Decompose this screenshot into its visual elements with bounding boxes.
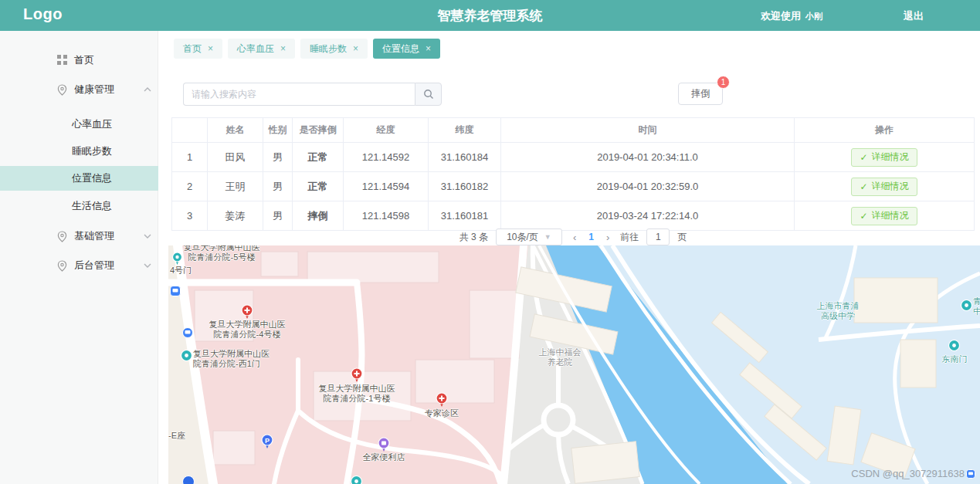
hospital-pin-icon[interactable] [351,367,363,383]
metro-icon[interactable] [182,476,195,484]
search-button[interactable] [415,83,442,106]
map-label-nursing-home: 上海中福会 养老院 [539,347,582,367]
detail-button[interactable]: ✓详细情况 [851,148,917,167]
sidebar-item-label: 基础管理 [74,224,114,249]
store-pin-icon[interactable] [378,437,390,452]
status-badge: 摔倒 [293,201,344,231]
cell-index: 1 [172,143,208,172]
school-pin-icon[interactable] [961,300,972,311]
tab-bar: 首页 × 心率血压 × 睡眠步数 × 位置信息 × [174,39,440,59]
sidebar-item-life-info[interactable]: 生活信息 [0,194,158,218]
sidebar-item-label: 后台管理 [74,253,114,278]
map-label-block-e: -E座 [168,431,185,441]
fall-button[interactable]: 摔倒 [678,83,723,105]
tab-heart-rate[interactable]: 心率血压 × [228,39,295,59]
fall-badge: 1 [717,76,730,89]
map-label-edge-partial: 青 中 [973,296,980,316]
col-time: 时间 [501,118,795,143]
hospital-pin-icon[interactable] [436,392,448,408]
chevron-up-icon [144,87,151,92]
cell-name: 王明 [208,172,263,201]
col-actions: 操作 [795,118,975,143]
sidebar-item-heart-rate[interactable]: 心率血压 [0,112,158,137]
sidebar-item-label: 睡眠步数 [72,139,112,164]
detail-button-label: 详细情况 [872,209,909,222]
bus-stop-icon[interactable] [182,327,193,338]
chevron-down-icon: ▼ [544,233,551,241]
cell-index: 3 [172,201,208,231]
detail-button[interactable]: ✓详细情况 [851,207,917,225]
app-header: Logo 智慧养老管理系统 欢迎使用小刚 退出 [0,0,980,31]
map-label-building4: 复旦大学附属中山医 院青浦分院-4号楼 [209,320,286,340]
cell-gender: 男 [263,201,293,231]
map-panel[interactable]: P 复旦大学附属中山医 院青浦分院-5号楼 4号门 复旦大学附属中山医 院青浦分… [168,245,980,484]
cell-latitude: 31.160182 [429,172,501,201]
table-row: 1 田风 男 正常 121.14592 31.160184 2019-04-01… [172,143,975,172]
cell-name: 姜涛 [208,201,263,231]
cell-index: 2 [172,172,208,201]
cell-gender: 男 [263,172,293,201]
page-title: 智慧养老管理系统 [0,7,980,25]
sidebar-item-label: 首页 [74,48,94,73]
sidebar-item-label: 生活信息 [72,194,112,218]
total-count: 共 3 条 [459,231,488,244]
gate-pin-icon[interactable] [181,350,192,361]
tab-location[interactable]: 位置信息 × [373,39,440,59]
map-pin-icon [57,260,67,272]
bus-stop-icon[interactable] [170,286,181,296]
gate-pin-icon[interactable] [171,252,183,266]
hospital-pin-icon[interactable] [241,304,253,320]
close-icon[interactable]: × [208,43,213,54]
check-icon: ✓ [860,152,867,163]
goto-label: 前往 [620,231,639,244]
check-icon: ✓ [860,181,867,192]
close-icon[interactable]: × [426,43,431,54]
chevron-down-icon [144,234,151,239]
check-icon: ✓ [860,211,867,222]
map-label-high-school: 上海市青浦 高级中学 [817,301,860,321]
welcome-text: 欢迎使用小刚 [761,9,822,23]
sidebar-item-location[interactable]: 位置信息 [0,166,158,191]
bus-stop-icon [966,469,975,479]
gate-pin-icon[interactable] [948,340,960,351]
detail-button-label: 详细情况 [872,151,909,164]
username: 小刚 [805,12,822,21]
tab-label: 心率血压 [237,42,274,56]
prev-page-button[interactable]: ‹ [570,232,579,243]
cell-time: 2019-04-01 20:32:59.0 [501,172,795,201]
page-number[interactable]: 1 [587,232,595,242]
close-icon[interactable]: × [280,43,286,54]
status-badge: 正常 [293,172,344,201]
goto-page-input[interactable] [646,228,670,245]
search-input[interactable] [183,83,415,106]
page-size-select[interactable]: 10条/页 ▼ [496,228,562,245]
page-size-value: 10条/页 [507,231,538,244]
gate-pin-icon[interactable] [351,476,362,484]
location-table: 姓名 性别 是否摔倒 经度 纬度 时间 操作 1 田风 男 正常 121.145… [171,117,975,231]
logout-button[interactable]: 退出 [904,9,924,23]
detail-button[interactable]: ✓详细情况 [851,178,917,196]
next-page-button[interactable]: › [603,232,612,243]
parking-pin-icon[interactable]: P [261,434,273,449]
sidebar-item-admin[interactable]: 后台管理 [0,253,158,278]
sidebar-item-health[interactable]: 健康管理 [0,77,158,102]
cell-gender: 男 [263,143,293,172]
chevron-down-icon [144,263,151,268]
sidebar-item-sleep-steps[interactable]: 睡眠步数 [0,139,158,164]
close-icon[interactable]: × [353,43,358,54]
sidebar-item-home[interactable]: 首页 [0,48,158,73]
map-label-building5: 复旦大学附属中山医 院青浦分院-5号楼 [184,245,260,262]
page-unit: 页 [677,231,687,244]
tab-home[interactable]: 首页 × [174,39,222,59]
sidebar-item-label: 心率血压 [72,112,112,137]
sidebar-item-basic[interactable]: 基础管理 [0,224,158,249]
sidebar-item-label: 位置信息 [72,166,112,191]
tab-sleep-steps[interactable]: 睡眠步数 × [300,39,368,59]
map-label-building1: 复旦大学附属中山医 院青浦分院-1号楼 [319,384,395,404]
cell-time: 2019-04-01 20:34:11.0 [501,143,795,172]
search-icon [423,89,434,100]
pagination: 共 3 条 10条/页 ▼ ‹ 1 › 前往 页 [171,228,975,245]
parking-glyph: P [265,437,270,445]
col-name: 姓名 [208,118,263,143]
sidebar: 首页 健康管理 心率血压 睡眠步数 位置信息 生活信息 基础管理 [0,31,158,484]
